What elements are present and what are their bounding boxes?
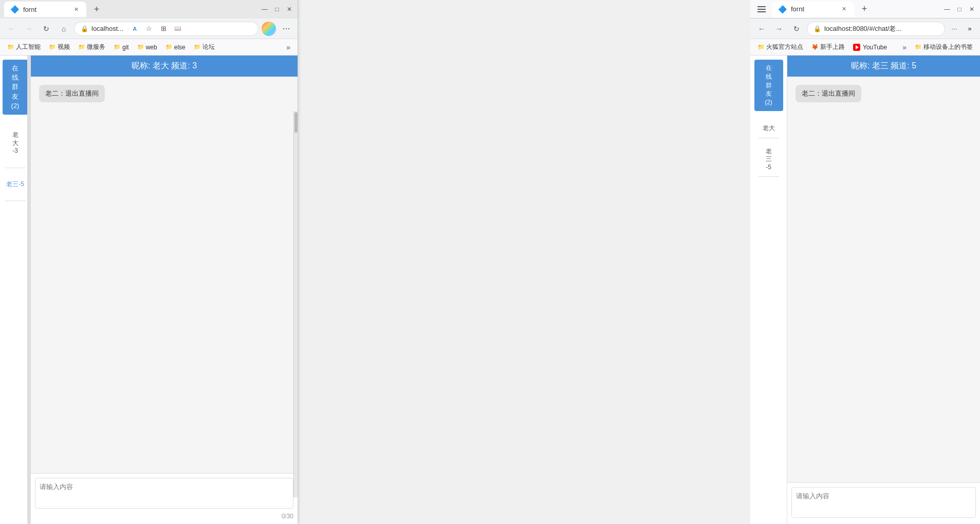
refresh-button[interactable]: ↻ (39, 22, 53, 36)
bookmark-mobile[interactable]: 📁 移动设备上的书签 (912, 42, 976, 52)
tab-label: fornt (23, 6, 36, 13)
message-text: 老二：退出直播间 (45, 89, 99, 97)
profile-avatar[interactable] (262, 22, 276, 36)
bookmark-firefox[interactable]: 📁 火狐官方站点 (754, 42, 806, 52)
new-tab-button-right[interactable]: + (857, 2, 872, 16)
tab-close-button[interactable]: ✕ (840, 5, 848, 13)
home-button[interactable]: ⌂ (57, 22, 71, 36)
extensions-icon-right[interactable]: » (964, 23, 976, 35)
folder-icon: 📁 (137, 44, 144, 50)
tab-favicon: 🔷 (778, 5, 787, 13)
sidebar-scrollbar[interactable] (27, 56, 30, 524)
right-chat-input[interactable] (791, 487, 976, 518)
folder-icon: 📁 (7, 44, 14, 50)
more-options-button[interactable]: ··· (279, 22, 293, 36)
close-button[interactable]: ✕ (285, 5, 293, 13)
separator2 (5, 201, 26, 201)
left-chat-input[interactable] (35, 478, 293, 509)
right-sidebar-user-laoda[interactable]: 老大 (762, 123, 776, 134)
tab-close-button[interactable]: ✕ (72, 5, 80, 13)
right-separator1 (759, 138, 779, 138)
right-chat-header-text: 昵称: 老三 频道: 5 (851, 61, 916, 70)
right-separator2 (759, 176, 779, 177)
folder-icon: 📁 (114, 44, 121, 50)
url-text-right: localhost:8080/#/chat/老... (824, 24, 901, 33)
bookmark-web[interactable]: 📁 web (134, 43, 160, 52)
new-tab-button[interactable]: + (89, 2, 104, 16)
sidebar-user-laosan[interactable]: 老三-5 (5, 178, 25, 191)
left-chat-main: 昵称: 老大 频道: 3 老二：退出直播间 0/30 (31, 56, 298, 524)
bookmark-label: YouTube (863, 44, 887, 51)
forward-button-right[interactable]: → (772, 22, 786, 36)
collection-icon[interactable]: ⊞ (157, 23, 170, 35)
left-app-content: 在线群友(2) 老大-3 老三-5 昵称: 老大 频道: 3 老二：退出直播间 (0, 56, 298, 524)
window-gap (298, 0, 524, 524)
folder-icon: 📁 (757, 44, 765, 50)
folder-icon: 📁 (194, 44, 201, 50)
bookmark-label: 人工智能 (16, 43, 41, 51)
maximize-button[interactable]: □ (273, 5, 281, 13)
chat-scrollbar[interactable] (293, 111, 298, 497)
folder-icon: 📁 (49, 44, 56, 50)
right-chat-messages: 老二：退出直播间 (787, 77, 980, 482)
bookmark-youtube[interactable]: YouTube (850, 43, 890, 52)
translate-icon[interactable]: A (128, 23, 141, 35)
right-active-tab[interactable]: 🔷 fornt ✕ (772, 2, 854, 17)
refresh-button-right[interactable]: ↻ (789, 22, 804, 36)
url-field[interactable]: 🔒 localhost... A ☆ ⊞ 📖 (74, 22, 258, 36)
lock-icon: 🔒 (81, 25, 88, 32)
bookmark-label: 移动设备上的书签 (923, 43, 973, 51)
left-address-bar: ← → ↻ ⌂ 🔒 localhost... A ☆ ⊞ 📖 ··· (0, 19, 298, 39)
more-bookmarks-button[interactable]: » (283, 42, 293, 52)
bookmark-label: 火狐官方站点 (766, 43, 803, 51)
url-field-right[interactable]: 🔒 localhost:8080/#/chat/老... (807, 22, 945, 36)
separator (5, 168, 26, 168)
back-button[interactable]: ← (4, 22, 19, 36)
right-online-group[interactable]: 在线群友(2) (754, 60, 783, 111)
bookmark-ai[interactable]: 📁 人工智能 (4, 42, 44, 52)
right-chat-header: 昵称: 老三 频道: 5 (787, 56, 980, 77)
scrollbar-thumb[interactable] (294, 112, 298, 133)
bookmark-git[interactable]: 📁 git (110, 43, 132, 52)
more-icon-right[interactable]: ··· (948, 23, 960, 35)
right-bookmarks-bar: 📁 火狐官方站点 🦊 新手上路 YouTube » 📁 移动设备上的书签 (750, 39, 980, 56)
close-button-right[interactable]: ✕ (968, 5, 976, 13)
back-button-right[interactable]: ← (754, 22, 769, 36)
right-message-text: 老二：退出直播间 (802, 89, 855, 97)
left-active-tab[interactable]: 🔷 fornt ✕ (4, 2, 86, 17)
right-sidebar: 在线群友(2) 老大 老三-5 (750, 56, 787, 524)
right-app-content: 在线群友(2) 老大 老三-5 昵称: 老三 频道: 5 老二：退出直播间 (750, 56, 980, 524)
bookmark-label: 论坛 (202, 43, 215, 51)
maximize-button-right[interactable]: □ (955, 5, 964, 13)
bookmark-newbie[interactable]: 🦊 新手上路 (808, 42, 848, 52)
left-sidebar: 在线群友(2) 老大-3 老三-5 (0, 56, 31, 524)
address-icons: A ☆ ⊞ 📖 (128, 23, 184, 35)
minimize-button-right[interactable]: — (943, 5, 951, 13)
bookmark-else[interactable]: 📁 else (162, 43, 189, 52)
sidebar-toggle-button[interactable] (754, 2, 769, 16)
chat-header-text: 昵称: 老大 频道: 3 (132, 61, 197, 70)
reader-icon[interactable]: 📖 (172, 23, 184, 35)
bookmark-forum[interactable]: 📁 论坛 (191, 42, 218, 52)
bookmark-video[interactable]: 📁 视频 (46, 42, 73, 52)
left-chat-messages: 老二：退出直播间 (31, 77, 298, 473)
sidebar-user-laoda[interactable]: 老大-3 (11, 129, 20, 157)
online-group-label: 在线群友(2) (5, 64, 26, 111)
char-count: 0/30 (35, 513, 293, 520)
more-bookmarks-right[interactable]: » (899, 42, 910, 52)
url-text: localhost... (91, 25, 123, 32)
online-group-button[interactable]: 在线群友(2) (3, 60, 28, 115)
left-chat-input-area: 0/30 (31, 473, 298, 524)
minimize-button[interactable]: — (261, 5, 269, 13)
forward-button[interactable]: → (22, 22, 36, 36)
folder-icon: 📁 (915, 44, 922, 50)
right-window-controls: — □ ✕ (943, 5, 976, 13)
lock-icon-right: 🔒 (813, 25, 821, 32)
right-chat-input-area (787, 482, 980, 524)
right-chat-main: 昵称: 老三 频道: 5 老二：退出直播间 (787, 56, 980, 524)
tab-label: fornt (791, 5, 804, 13)
bookmark-microservice[interactable]: 📁 微服务 (75, 42, 108, 52)
bookmark-label: 视频 (58, 43, 70, 51)
star-icon[interactable]: ☆ (143, 23, 155, 35)
right-sidebar-user-laosan[interactable]: 老三-5 (765, 147, 773, 173)
